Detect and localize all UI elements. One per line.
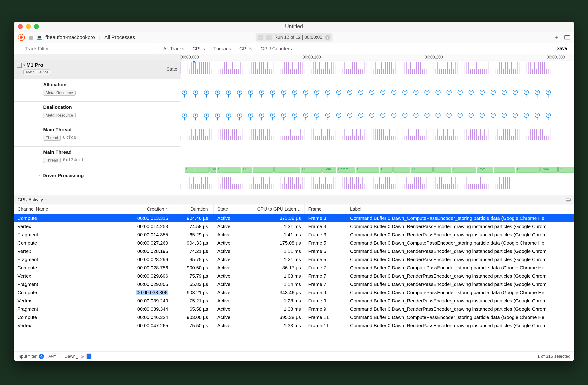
command-block[interactable]: Comm… xyxy=(337,167,355,173)
marker-pin[interactable]: T xyxy=(491,90,496,95)
marker-pin[interactable]: T xyxy=(369,90,374,95)
command-block[interactable]: Com… xyxy=(477,167,493,173)
track-row[interactable]: ▸Driver Processing xyxy=(14,169,181,181)
marker-pin[interactable]: T xyxy=(314,113,319,118)
command-block[interactable]: Com… xyxy=(210,167,216,173)
command-block[interactable]: C… xyxy=(356,167,379,173)
marker-pin[interactable]: T xyxy=(413,90,419,95)
marker-pin[interactable]: T xyxy=(502,90,507,95)
marker-pin[interactable]: T xyxy=(204,113,209,118)
marker-pin[interactable]: T xyxy=(469,113,474,118)
command-block[interactable]: … xyxy=(433,167,451,173)
marker-pin[interactable]: T xyxy=(458,113,462,118)
add-button[interactable]: ＋ xyxy=(554,34,559,41)
command-block[interactable]: … xyxy=(494,167,515,173)
marker-pin[interactable]: T xyxy=(402,113,407,118)
marker-pin[interactable]: T xyxy=(270,113,275,118)
clear-filter-icon[interactable]: ⊗ xyxy=(80,354,84,359)
marker-pin[interactable]: T xyxy=(436,90,441,95)
filter-query[interactable]: Dawn_ xyxy=(64,354,78,359)
minimize-window-button[interactable] xyxy=(26,24,31,29)
command-block[interactable]: C… xyxy=(411,167,433,173)
table-row[interactable]: Compute00:00.028.756900.50 µsActive86.17… xyxy=(14,264,574,272)
col-duration[interactable]: Duration xyxy=(172,204,214,214)
marker-pin[interactable]: T xyxy=(237,90,242,95)
marker-pin[interactable]: T xyxy=(237,113,242,118)
marker-pin[interactable]: T xyxy=(391,113,397,118)
command-block[interactable]: … xyxy=(253,167,273,173)
marker-pin[interactable]: T xyxy=(513,113,518,118)
case-toggle-icon[interactable] xyxy=(87,354,91,359)
col-creation[interactable]: Creation⌃ xyxy=(96,204,172,214)
command-block[interactable]: … xyxy=(274,167,300,173)
col-label[interactable]: Label xyxy=(346,204,574,214)
marker-pin[interactable]: T xyxy=(413,113,419,118)
marker-pin[interactable]: T xyxy=(380,113,385,118)
marker-pin[interactable]: T xyxy=(446,90,452,95)
col-latency[interactable]: CPU to GPU Laten… xyxy=(248,204,305,214)
table-row[interactable]: Vertex00:00.047.26575.50 µsActive1.33 ms… xyxy=(14,321,574,330)
marker-pin[interactable]: T xyxy=(513,90,518,95)
tab-all-tracks[interactable]: All Tracks xyxy=(163,46,184,51)
marker-pin[interactable]: T xyxy=(436,113,441,118)
table-row[interactable]: Vertex00:00.039.24075.21 µsActive1.28 ms… xyxy=(14,297,574,305)
marker-pin[interactable]: T xyxy=(546,113,551,118)
marker-pin[interactable]: T xyxy=(215,90,220,95)
marker-pin[interactable]: T xyxy=(380,90,385,95)
command-block[interactable]: C… xyxy=(242,167,252,173)
table-row[interactable]: Compute00:00.046.324903.00 µsActive395.3… xyxy=(14,313,574,321)
tab-threads[interactable]: Threads xyxy=(213,46,231,51)
command-block[interactable]: C… xyxy=(380,167,393,173)
marker-pin[interactable]: T xyxy=(480,90,485,95)
table-row[interactable]: Compute00:00.013.315904.46 µsActive373.3… xyxy=(14,214,574,222)
marker-pin[interactable]: T xyxy=(491,113,496,118)
track-row[interactable]: DeallocationMetal Resource xyxy=(14,102,181,124)
table-row[interactable]: Fragment00:00.039.34465.58 µsActive1.38 … xyxy=(14,305,574,313)
command-block[interactable]: … xyxy=(393,167,410,173)
breadcrumb-host[interactable]: fbeaufort-macbookpro xyxy=(45,34,95,40)
table-row[interactable]: Compute00:00.038.306903.21 µsActive343.4… xyxy=(14,289,574,297)
save-button[interactable]: Save xyxy=(553,45,571,52)
device-header[interactable]: ▾ M1 Pro Metal Device State xyxy=(14,61,181,79)
marker-pin[interactable]: T xyxy=(325,113,330,118)
marker-pin[interactable]: T xyxy=(347,90,352,95)
table-row[interactable]: Vertex00:00.029.69675.79 µsActive1.03 ms… xyxy=(14,272,574,280)
command-block[interactable]: C… xyxy=(185,167,209,173)
marker-pin[interactable]: T xyxy=(303,113,308,118)
close-window-button[interactable] xyxy=(18,24,23,29)
marker-pin[interactable]: T xyxy=(424,90,430,95)
marker-pin[interactable]: T xyxy=(469,90,474,95)
marker-pin[interactable]: T xyxy=(226,113,231,118)
command-block[interactable]: C… xyxy=(452,167,476,173)
command-block[interactable]: Com… xyxy=(541,167,558,173)
command-block[interactable]: C… xyxy=(558,167,574,173)
marker-pin[interactable]: T xyxy=(402,90,407,95)
table-row[interactable]: Fragment00:00.014.35565.29 µsActive1.41 … xyxy=(14,231,574,239)
marker-pin[interactable]: T xyxy=(369,113,374,118)
time-ruler[interactable]: 00:00.00000:00.10000:00.20000:00.300 xyxy=(14,54,574,61)
marker-pin[interactable]: T xyxy=(535,90,540,95)
chevron-down-icon[interactable]: ▾ xyxy=(23,63,25,67)
breadcrumb-target[interactable]: All Processes xyxy=(105,34,135,40)
inspector-toggle-icon[interactable] xyxy=(564,35,570,39)
col-channel-name[interactable]: Channel Name xyxy=(14,204,96,214)
table-row[interactable]: Fragment00:00.029.80565.83 µsActive1.14 … xyxy=(14,280,574,289)
marker-pin[interactable]: T xyxy=(424,113,430,118)
track-row[interactable]: AllocationMetal Resource xyxy=(14,79,181,102)
marker-pin[interactable]: T xyxy=(502,113,507,118)
tab-gpus[interactable]: GPUs xyxy=(239,46,252,51)
marker-pin[interactable]: T xyxy=(446,113,452,118)
tab-gpu-counters[interactable]: GPU Counters xyxy=(260,46,292,51)
playhead[interactable] xyxy=(194,61,194,195)
marker-pin[interactable]: T xyxy=(524,113,529,118)
marker-pin[interactable]: T xyxy=(524,90,529,95)
marker-pin[interactable]: T xyxy=(226,90,231,95)
marker-pin[interactable]: T xyxy=(325,90,330,95)
marker-pin[interactable]: T xyxy=(281,90,286,95)
table-row[interactable]: Vertex00:00.028.19574.21 µsActive1.11 ms… xyxy=(14,247,574,255)
marker-pin[interactable]: T xyxy=(182,90,187,95)
track-row[interactable]: Main ThreadThread0x124eef xyxy=(14,147,181,169)
pause-button[interactable]: ▮▮ xyxy=(28,34,33,40)
command-block[interactable]: C… xyxy=(516,167,540,173)
marker-pin[interactable]: T xyxy=(535,113,540,118)
